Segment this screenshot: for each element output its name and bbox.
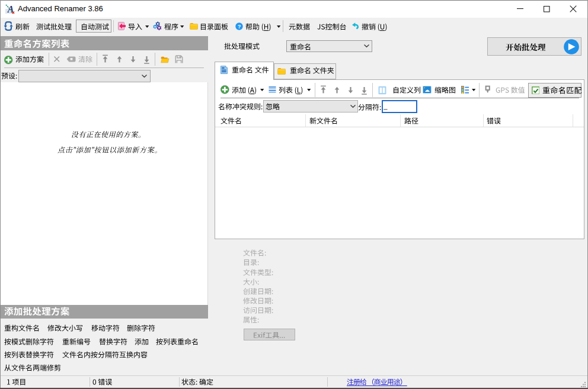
svg-text:?: ? <box>238 23 241 30</box>
